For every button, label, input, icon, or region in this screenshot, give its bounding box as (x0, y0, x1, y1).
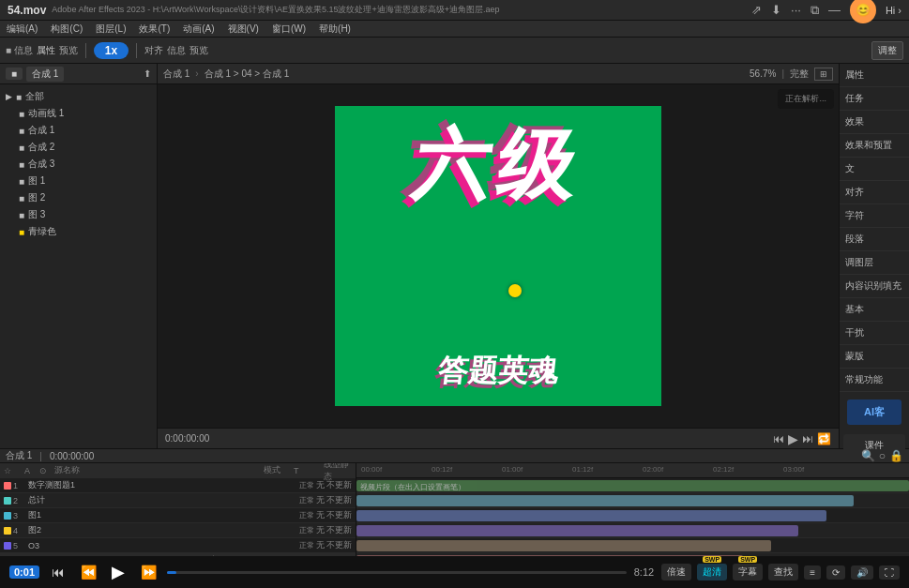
list-item[interactable]: ■ 图 3 (0, 206, 157, 223)
align-btn[interactable]: 对齐 (144, 44, 163, 57)
canvas-sub-text: 答题英魂 答题英魂 (340, 351, 657, 392)
player-volume-btn[interactable]: 🔊 (851, 565, 873, 580)
player-fullscreen-btn[interactable]: ⛶ (879, 565, 900, 580)
quality-label[interactable]: 完整 (790, 68, 809, 81)
right-panel-char[interactable]: 字符 (840, 204, 909, 228)
tl-search-icon[interactable]: 🔍 (861, 449, 875, 462)
prev-frame-icon[interactable]: ⏮ (773, 432, 784, 445)
title-right: ⇗ ⬇ ··· ⧉ — 😊 Hi › (751, 0, 901, 23)
list-item[interactable]: ■ 青绿色 (0, 223, 157, 240)
player-subtitle-btn[interactable]: 字幕 (733, 564, 763, 580)
title-bar: 54.mov Adobe After Effects 2023 - H:\Art… (0, 0, 909, 21)
loop-icon[interactable]: 🔁 (817, 432, 831, 445)
right-panel-mask2[interactable]: 蒙版 (840, 345, 909, 369)
list-item[interactable]: ▶ ■ 全部 (0, 88, 157, 105)
menu-item-animate[interactable]: 动画(A) (180, 23, 217, 36)
right-panel-common[interactable]: 常规功能 (840, 369, 909, 392)
menu-item-edit[interactable]: 编辑(A) (4, 23, 40, 36)
player-clarity-btn[interactable]: 超清 (697, 564, 727, 580)
share-icon[interactable]: ⇗ (751, 3, 762, 17)
progress-bar[interactable] (167, 571, 627, 574)
player-search-btn[interactable]: 查找 (768, 564, 798, 580)
preview-controls: ⏮ ▶ ⏭ 🔁 (773, 431, 831, 446)
layer-name: 合成 1 (28, 124, 151, 137)
prev-btn[interactable]: ⏪ (77, 561, 99, 583)
info-btn[interactable]: 信息 (167, 44, 186, 57)
play-icon[interactable]: ▶ (788, 431, 798, 446)
menu-item-effect[interactable]: 效果(T) (136, 23, 173, 36)
layer-mode-3: 正常 (299, 510, 314, 520)
window-icon[interactable]: ⧉ (811, 3, 819, 18)
tl-solo-icon[interactable]: ○ (879, 449, 886, 462)
right-panel-para[interactable]: 段落 (840, 228, 909, 251)
layer-expand-icon[interactable]: ▶ (6, 92, 12, 101)
file-path: Adobe After Effects 2023 - H:\ArtWork\Wo… (52, 4, 499, 16)
right-panel-basic[interactable]: 基本 (840, 298, 909, 322)
right-panel-effect-preset[interactable]: 效果和预置 (840, 134, 909, 158)
menu-item-help[interactable]: 帮助(H) (316, 23, 354, 36)
left-panel-header: ■ 合成 1 ⬆ (0, 64, 157, 84)
menu-item-layer[interactable]: 图层(L) (93, 23, 129, 36)
next-frame-icon[interactable]: ⏭ (802, 432, 813, 445)
list-item[interactable]: ■ 合成 1 (0, 122, 157, 139)
ai-button[interactable]: AI客 (847, 400, 901, 425)
player-catalog-btn[interactable]: ≡ (804, 565, 821, 580)
table-row[interactable]: 5 O3 正常 无 不更新 (0, 538, 356, 553)
right-panel-mask[interactable]: 调图层 (840, 251, 909, 275)
breadcrumb: 合成 1 > 04 > 合成 1 (205, 68, 290, 81)
preview-btn[interactable]: 预览 (189, 44, 208, 57)
motion-dot (508, 284, 522, 297)
toolbar-btn-1[interactable]: 调整 (871, 41, 903, 60)
player-loop-btn[interactable]: ⟳ (826, 565, 845, 580)
menu-item-window[interactable]: 窗口(W) (269, 23, 309, 36)
list-item[interactable]: ■ 图 2 (0, 189, 157, 206)
preview-canvas: 六级 六级 答题英魂 答题英魂 (335, 106, 661, 406)
table-row[interactable]: 1 数字测图题1 正常 无 不更新 (0, 478, 356, 493)
layer-num-5: 5 (13, 541, 26, 550)
more-icon[interactable]: ··· (791, 3, 801, 17)
table-row[interactable]: 2 总计 正常 无 不更新 (0, 493, 356, 508)
layer-name-1: 数字测图题1 (28, 479, 297, 491)
list-item[interactable]: ■ 合成 2 (0, 139, 157, 156)
right-panel-content-fill[interactable]: 内容识别填充 (840, 275, 909, 298)
table-row[interactable]: 3 图1 正常 无 不更新 (0, 508, 356, 523)
right-panel-align[interactable]: 对齐 (840, 181, 909, 204)
next-btn[interactable]: ⏩ (137, 561, 159, 583)
time-mark-1: 00:12f (432, 465, 452, 474)
hi-text: Hi › (886, 5, 901, 16)
layer-list: ▶ ■ 全部 ■ 动画线 1 ■ 合成 1 ■ 合成 2 ■ 合成 3 (0, 84, 157, 448)
zoom-level[interactable]: 56.7% (750, 68, 776, 79)
right-panel-properties[interactable]: 属性 (840, 64, 909, 87)
right-panel-text[interactable]: 文 (840, 158, 909, 181)
right-panel-distort[interactable]: 干扰 (840, 322, 909, 345)
timeline-time[interactable]: 0:00:00:00 (50, 451, 94, 461)
panel-sort-icon[interactable]: ⬆ (144, 68, 151, 79)
menu-item-view[interactable]: 视图(V) (225, 23, 262, 36)
project-panel-toggle[interactable]: ■ 信息 属性 预览 (6, 44, 78, 57)
right-panel-effect[interactable]: 效果 (840, 111, 909, 134)
minimize-icon[interactable]: — (828, 3, 841, 17)
layer-tab[interactable]: 合成 1 (26, 67, 64, 82)
grid-toggle[interactable]: ⊞ (814, 68, 833, 81)
menu-item-compose[interactable]: 构图(C) (48, 23, 85, 36)
layer-name: 合成 3 (28, 158, 151, 171)
layer-name-3: 图1 (28, 509, 297, 521)
layer-sub-icon: ■ (19, 193, 24, 204)
right-panel-task[interactable]: 任务 (840, 87, 909, 111)
title-left: 54.mov Adobe After Effects 2023 - H:\Art… (8, 4, 500, 17)
player-bar: 0:01 ⏮ ⏪ ▶ ⏩ 8:12 倍速 SWP 超清 SWP 字幕 查找 ≡ … (0, 556, 909, 588)
project-tab[interactable]: ■ (6, 68, 23, 80)
list-item[interactable]: ■ 合成 3 (0, 156, 157, 173)
list-item[interactable]: ■ 图 1 (0, 173, 157, 189)
play-btn[interactable]: ▶ (107, 561, 129, 583)
skip-back-btn[interactable]: ⏮ (47, 561, 69, 583)
table-row[interactable]: 4 图2 正常 无 不更新 (0, 523, 356, 538)
layer-name: 青绿色 (28, 225, 151, 238)
player-speed-btn[interactable]: 倍速 (661, 564, 691, 580)
list-item[interactable]: ■ 动画线 1 (0, 105, 157, 122)
download-icon[interactable]: ⬇ (771, 3, 781, 17)
preview-toolbar: 合成 1 › 合成 1 > 04 > 合成 1 56.7% | 完整 ⊞ (158, 64, 839, 84)
playback-speed-display[interactable]: 1x (94, 42, 129, 59)
avatar[interactable]: 😊 (850, 0, 876, 23)
tl-lock-icon[interactable]: 🔒 (889, 449, 903, 462)
